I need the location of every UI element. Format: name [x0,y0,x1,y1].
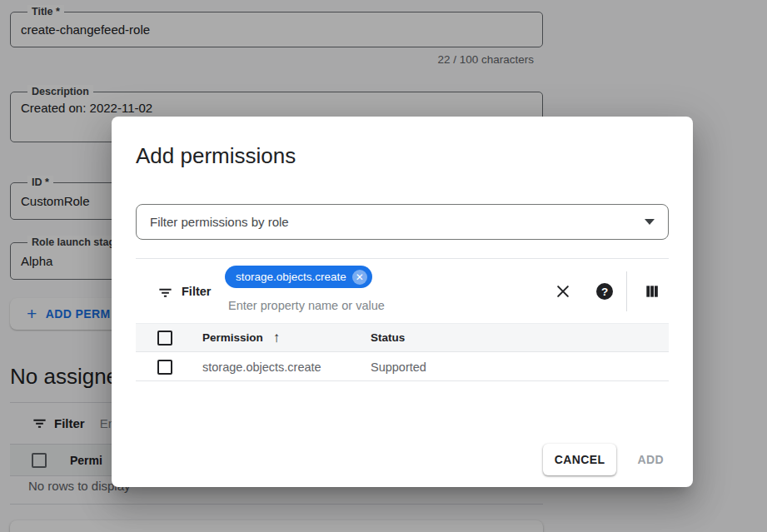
filter-permissions-by-role-select[interactable]: Filter permissions by role [136,204,669,240]
divider [626,271,627,311]
help-button[interactable]: ? [588,275,621,308]
permissions-filter-toolbar: Filter storage.objects.create ✕ ? [136,258,669,323]
dialog-title: Add permissions [136,143,296,169]
row-permission-cell: storage.objects.create [202,360,321,374]
role-select-value: Filter permissions by role [150,215,289,229]
permission-column-label: Permission [202,331,263,344]
filter-chip-label: storage.objects.create [236,271,346,283]
status-column-header[interactable]: Status [371,331,405,344]
row-checkbox[interactable] [157,360,172,375]
cancel-button[interactable]: CANCEL [543,444,616,475]
toolbar-icons: ? [546,259,669,324]
filter-label: Filter [182,285,211,298]
screen: Title * create-changefeed-role 22 / 100 … [0,0,767,532]
row-status-cell: Supported [371,360,426,374]
add-button[interactable]: ADD [637,444,664,475]
filter-input[interactable] [228,299,478,312]
add-permissions-dialog: Add permissions Filter permissions by ro… [112,117,693,487]
clear-filters-button[interactable] [546,275,580,308]
permission-column-header[interactable]: Permission ↑ [202,330,280,346]
column-display-button[interactable] [635,275,669,308]
help-icon: ? [596,283,613,300]
chip-remove-icon[interactable]: ✕ [352,270,367,285]
sort-ascending-icon: ↑ [273,330,281,346]
filter-chip[interactable]: storage.objects.create ✕ [225,266,372,288]
permissions-table-header: Permission ↑ Status [136,323,669,352]
chevron-down-icon [645,219,655,225]
select-all-checkbox[interactable] [157,331,172,346]
filter-icon [157,285,173,301]
permission-row[interactable]: storage.objects.create Supported [136,353,669,381]
